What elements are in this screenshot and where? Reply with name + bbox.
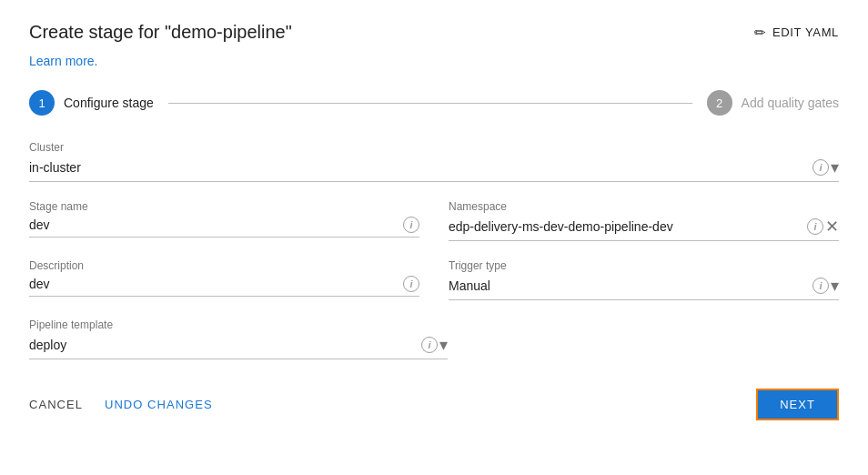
namespace-value: edp-delivery-ms-dev-demo-pipeline-dev (449, 219, 807, 234)
stepper: 1 Configure stage 2 Add quality gates (29, 90, 839, 116)
pipeline-template-field: Pipeline template deploy i ▾ (29, 318, 448, 359)
edit-yaml-button[interactable]: ✏ EDIT YAML (754, 25, 839, 41)
stage-name-field: Stage name dev i (29, 200, 419, 241)
namespace-info-icon[interactable]: i (807, 218, 823, 235)
learn-more-link[interactable]: Learn more. (29, 54, 839, 68)
form-section: Cluster in-cluster i ▾ Stage name dev i … (29, 141, 839, 359)
footer-left: CANCEL UNDO CHANGES (29, 398, 213, 411)
trigger-type-label: Trigger type (449, 259, 839, 272)
pipeline-template-value: deploy (29, 338, 421, 352)
pipeline-template-wrapper: deploy i ▾ (29, 335, 448, 359)
pipeline-template-info-icon[interactable]: i (421, 337, 438, 353)
cluster-value: in-cluster (29, 160, 812, 175)
step-2: 2 Add quality gates (707, 90, 839, 116)
stage-name-info-icon[interactable]: i (403, 217, 419, 233)
cluster-input-wrapper: in-cluster i ▾ (29, 157, 839, 182)
header-row: Create stage for "demo-pipeline" ✏ EDIT … (29, 22, 839, 43)
step-1-circle: 1 (29, 90, 55, 116)
stage-name-label: Stage name (29, 200, 419, 213)
page-wrapper: Create stage for "demo-pipeline" ✏ EDIT … (0, 0, 868, 439)
description-value: dev (29, 277, 403, 291)
trigger-type-dropdown-arrow[interactable]: ▾ (831, 276, 839, 296)
stage-name-wrapper: dev i (29, 217, 419, 238)
stage-name-value: dev (29, 217, 403, 232)
next-button[interactable]: NEXT (756, 389, 839, 420)
description-label: Description (29, 259, 419, 272)
undo-changes-button[interactable]: UNDO CHANGES (105, 398, 213, 411)
pipeline-template-label: Pipeline template (29, 318, 448, 331)
pencil-icon: ✏ (754, 25, 767, 41)
namespace-close-icon[interactable]: ✕ (825, 217, 839, 237)
cluster-dropdown-arrow[interactable]: ▾ (831, 157, 839, 177)
trigger-type-field: Trigger type Manual i ▾ (449, 259, 839, 300)
pipeline-template-dropdown-arrow[interactable]: ▾ (439, 335, 448, 355)
edit-yaml-label: EDIT YAML (772, 25, 839, 39)
trigger-type-value: Manual (449, 278, 812, 293)
cancel-button[interactable]: CANCEL (29, 398, 83, 411)
step-line (168, 103, 692, 104)
description-wrapper: dev i (29, 276, 419, 297)
step-2-label: Add quality gates (742, 96, 839, 110)
trigger-type-info-icon[interactable]: i (812, 278, 829, 294)
namespace-wrapper: edp-delivery-ms-dev-demo-pipeline-dev i … (449, 217, 839, 241)
stage-namespace-row: Stage name dev i Namespace edp-delivery-… (29, 200, 839, 241)
cluster-label: Cluster (29, 141, 839, 154)
cluster-info-icon[interactable]: i (812, 159, 829, 176)
step-1-label: Configure stage (64, 96, 154, 110)
step-2-circle: 2 (707, 90, 732, 116)
page-title: Create stage for "demo-pipeline" (29, 22, 292, 43)
trigger-type-wrapper: Manual i ▾ (449, 276, 839, 300)
namespace-label: Namespace (449, 200, 839, 213)
desc-trigger-row: Description dev i Trigger type Manual i … (29, 259, 839, 300)
description-info-icon[interactable]: i (403, 276, 419, 292)
namespace-field: Namespace edp-delivery-ms-dev-demo-pipel… (449, 200, 839, 241)
step-1: 1 Configure stage (29, 90, 154, 116)
footer: CANCEL UNDO CHANGES NEXT (29, 389, 839, 420)
cluster-field: Cluster in-cluster i ▾ (29, 141, 839, 182)
description-field: Description dev i (29, 259, 419, 300)
